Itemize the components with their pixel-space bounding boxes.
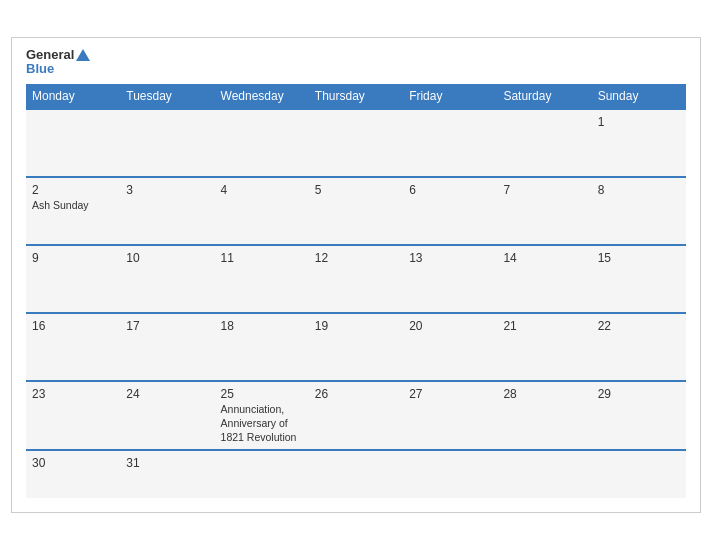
day-number: 11 <box>221 251 303 265</box>
calendar-cell: 22 <box>592 313 686 381</box>
week-row-0: 1 <box>26 109 686 177</box>
col-header-tuesday: Tuesday <box>120 84 214 109</box>
calendar-cell: 29 <box>592 381 686 450</box>
day-number: 17 <box>126 319 208 333</box>
calendar-cell: 23 <box>26 381 120 450</box>
week-row-5: 3031 <box>26 450 686 498</box>
calendar-cell: 15 <box>592 245 686 313</box>
calendar-cell: 21 <box>497 313 591 381</box>
day-number: 29 <box>598 387 680 401</box>
col-header-sunday: Sunday <box>592 84 686 109</box>
calendar-cell <box>497 109 591 177</box>
calendar-body: 12Ash Sunday3456789101112131415161718192… <box>26 109 686 498</box>
week-row-3: 16171819202122 <box>26 313 686 381</box>
calendar-cell: 19 <box>309 313 403 381</box>
calendar-cell: 27 <box>403 381 497 450</box>
day-number: 1 <box>598 115 680 129</box>
day-number: 3 <box>126 183 208 197</box>
calendar-cell: 3 <box>120 177 214 245</box>
day-number: 19 <box>315 319 397 333</box>
col-header-friday: Friday <box>403 84 497 109</box>
day-number: 4 <box>221 183 303 197</box>
day-number: 15 <box>598 251 680 265</box>
calendar: General Blue MondayTuesdayWednesdayThurs… <box>11 37 701 514</box>
day-number: 10 <box>126 251 208 265</box>
event-label: Ash Sunday <box>32 199 114 213</box>
day-number: 5 <box>315 183 397 197</box>
day-number: 14 <box>503 251 585 265</box>
logo: General Blue <box>26 48 90 77</box>
day-number: 8 <box>598 183 680 197</box>
calendar-cell <box>592 450 686 498</box>
calendar-header-row: MondayTuesdayWednesdayThursdayFridaySatu… <box>26 84 686 109</box>
calendar-cell: 10 <box>120 245 214 313</box>
calendar-cell: 30 <box>26 450 120 498</box>
calendar-cell: 13 <box>403 245 497 313</box>
calendar-cell: 31 <box>120 450 214 498</box>
col-header-wednesday: Wednesday <box>215 84 309 109</box>
calendar-cell <box>215 109 309 177</box>
day-number: 30 <box>32 456 114 470</box>
week-row-1: 2Ash Sunday345678 <box>26 177 686 245</box>
day-number: 31 <box>126 456 208 470</box>
calendar-cell: 12 <box>309 245 403 313</box>
day-number: 20 <box>409 319 491 333</box>
calendar-cell: 11 <box>215 245 309 313</box>
calendar-cell: 16 <box>26 313 120 381</box>
calendar-cell <box>403 450 497 498</box>
calendar-cell: 26 <box>309 381 403 450</box>
day-number: 21 <box>503 319 585 333</box>
day-number: 18 <box>221 319 303 333</box>
calendar-cell: 7 <box>497 177 591 245</box>
calendar-cell: 17 <box>120 313 214 381</box>
calendar-cell <box>309 109 403 177</box>
day-number: 7 <box>503 183 585 197</box>
col-header-saturday: Saturday <box>497 84 591 109</box>
calendar-cell: 28 <box>497 381 591 450</box>
calendar-cell <box>497 450 591 498</box>
calendar-cell: 4 <box>215 177 309 245</box>
day-number: 23 <box>32 387 114 401</box>
logo-triangle-icon <box>76 49 90 61</box>
calendar-cell <box>120 109 214 177</box>
calendar-cell: 6 <box>403 177 497 245</box>
calendar-cell: 25Annunciation, Anniversary of 1821 Revo… <box>215 381 309 450</box>
calendar-cell: 5 <box>309 177 403 245</box>
day-number: 6 <box>409 183 491 197</box>
day-number: 13 <box>409 251 491 265</box>
calendar-cell: 1 <box>592 109 686 177</box>
week-row-4: 232425Annunciation, Anniversary of 1821 … <box>26 381 686 450</box>
event-label: Annunciation, Anniversary of 1821 Revolu… <box>221 403 303 444</box>
col-header-monday: Monday <box>26 84 120 109</box>
calendar-cell <box>215 450 309 498</box>
day-number: 26 <box>315 387 397 401</box>
day-number: 9 <box>32 251 114 265</box>
logo-blue-text: Blue <box>26 62 54 76</box>
calendar-cell <box>403 109 497 177</box>
day-number: 24 <box>126 387 208 401</box>
day-number: 28 <box>503 387 585 401</box>
day-number: 16 <box>32 319 114 333</box>
calendar-cell: 14 <box>497 245 591 313</box>
logo-general-text: General <box>26 48 90 62</box>
calendar-cell <box>26 109 120 177</box>
calendar-cell: 9 <box>26 245 120 313</box>
calendar-cell <box>309 450 403 498</box>
day-number: 22 <box>598 319 680 333</box>
calendar-cell: 2Ash Sunday <box>26 177 120 245</box>
day-number: 12 <box>315 251 397 265</box>
day-number: 27 <box>409 387 491 401</box>
day-number: 2 <box>32 183 114 197</box>
col-header-thursday: Thursday <box>309 84 403 109</box>
calendar-cell: 8 <box>592 177 686 245</box>
day-number: 25 <box>221 387 303 401</box>
calendar-grid: MondayTuesdayWednesdayThursdayFridaySatu… <box>26 84 686 498</box>
week-row-2: 9101112131415 <box>26 245 686 313</box>
calendar-cell: 20 <box>403 313 497 381</box>
calendar-header: General Blue <box>26 48 686 77</box>
calendar-cell: 24 <box>120 381 214 450</box>
calendar-cell: 18 <box>215 313 309 381</box>
